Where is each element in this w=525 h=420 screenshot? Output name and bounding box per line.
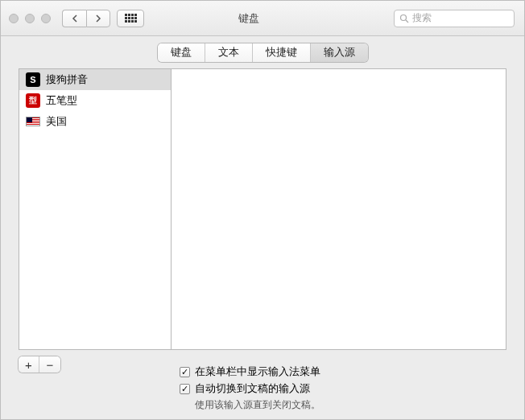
svg-point-0: [401, 14, 407, 20]
sogou-icon: S: [26, 72, 40, 87]
input-source-detail: [172, 68, 506, 350]
svg-line-1: [406, 20, 408, 23]
close-window-button[interactable]: [9, 14, 19, 23]
remove-source-button[interactable]: −: [39, 356, 60, 373]
search-icon: [399, 14, 409, 23]
input-sources-panel: S 搜狗拼音 型 五笔型 美国: [19, 68, 506, 350]
chevron-left-icon: [72, 14, 78, 23]
option-hint: 使用该输入源直到关闭文稿。: [195, 399, 320, 411]
option-show-input-menu: 在菜单栏中显示输入法菜单: [180, 365, 320, 379]
search-field[interactable]: 搜索: [394, 10, 515, 27]
forward-button[interactable]: [86, 10, 110, 27]
minimize-window-button[interactable]: [25, 14, 35, 23]
add-remove-control: + −: [19, 356, 60, 373]
show-input-menu-checkbox[interactable]: [180, 367, 190, 377]
input-source-item-us[interactable]: 美国: [19, 111, 171, 132]
preferences-window: 键盘 搜索 键盘 文本 快捷键 输入源 S 搜狗拼音 型 五笔型: [0, 0, 525, 420]
add-source-button[interactable]: +: [19, 356, 39, 373]
back-button[interactable]: [62, 10, 86, 27]
input-source-label: 美国: [46, 114, 67, 129]
grid-icon: [125, 14, 137, 23]
search-placeholder: 搜索: [412, 11, 432, 25]
input-source-item-wubi[interactable]: 型 五笔型: [19, 90, 171, 111]
auto-switch-checkbox[interactable]: [180, 384, 190, 394]
wubi-icon: 型: [26, 93, 40, 108]
history-nav: [62, 10, 110, 27]
chevron-right-icon: [95, 14, 101, 23]
window-controls: [9, 14, 51, 23]
titlebar: 键盘 搜索: [1, 1, 524, 36]
content-area: 键盘 文本 快捷键 输入源 S 搜狗拼音 型 五笔型 美国: [19, 43, 506, 415]
option-auto-switch: 自动切换到文稿的输入源: [180, 382, 320, 396]
us-flag-icon: [26, 117, 40, 126]
input-source-label: 搜狗拼音: [46, 72, 88, 87]
zoom-window-button[interactable]: [41, 14, 51, 23]
input-source-item-sogou[interactable]: S 搜狗拼音: [19, 69, 171, 90]
tab-input-sources[interactable]: 输入源: [311, 43, 368, 62]
tab-shortcuts[interactable]: 快捷键: [253, 43, 311, 62]
show-all-button[interactable]: [117, 10, 144, 27]
tab-bar: 键盘 文本 快捷键 输入源: [19, 43, 506, 62]
option-label: 自动切换到文稿的输入源: [195, 382, 310, 396]
option-label: 在菜单栏中显示输入法菜单: [195, 365, 320, 379]
tab-text[interactable]: 文本: [205, 43, 253, 62]
tab-keyboard[interactable]: 键盘: [158, 43, 205, 62]
window-title: 键盘: [144, 11, 394, 26]
input-source-label: 五笔型: [46, 93, 77, 108]
options-group: 在菜单栏中显示输入法菜单 自动切换到文稿的输入源 使用该输入源直到关闭文稿。: [180, 365, 320, 411]
input-source-list[interactable]: S 搜狗拼音 型 五笔型 美国: [19, 68, 172, 350]
